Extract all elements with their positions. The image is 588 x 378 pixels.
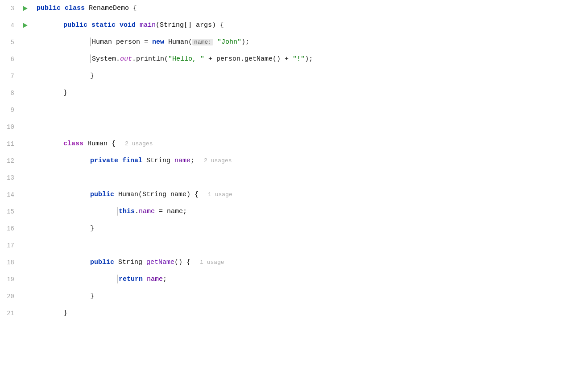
- line-number: 5: [0, 37, 19, 47]
- param-label: name:: [192, 39, 213, 45]
- token-class-name: System.: [92, 55, 120, 63]
- line-number: 15: [0, 207, 19, 217]
- token-kw-blue: this: [119, 208, 135, 215]
- token-plain: person =: [116, 38, 152, 46]
- token-class-name: Human(: [168, 38, 192, 46]
- code-line: 17: [0, 237, 588, 254]
- code-line: 10: [0, 119, 588, 136]
- token-kw-blue: private: [90, 157, 122, 164]
- code-line: 12private final String name; 2 usages: [0, 152, 588, 169]
- token-plain: ;: [163, 275, 167, 283]
- code-line: 20}: [0, 288, 588, 305]
- line-number: 16: [0, 224, 19, 234]
- code-content: public Human(String name) { 1 usage: [31, 189, 588, 200]
- line-number: 18: [0, 258, 19, 267]
- token-plain: {: [112, 140, 120, 148]
- code-line: 5Human person = new Human(name: "John");: [0, 34, 588, 51]
- token-plain: }: [90, 292, 94, 300]
- line-number: 10: [0, 122, 19, 132]
- code-content: private final String name; 2 usages: [31, 156, 588, 166]
- line-number: 13: [0, 173, 19, 183]
- token-plain: }: [90, 72, 94, 80]
- code-content: this.name = name;: [31, 206, 588, 217]
- token-plain: [213, 38, 217, 46]
- scope-bar: [90, 37, 91, 46]
- token-kw-blue: public: [90, 259, 118, 266]
- token-class-name: String: [142, 191, 170, 198]
- token-class-name: String: [146, 157, 174, 164]
- token-plain: name) {: [170, 191, 203, 198]
- token-kw-blue: void: [120, 21, 140, 29]
- code-content: public static void main(String[] args) {: [31, 20, 588, 31]
- token-kw-blue: public: [63, 21, 91, 29]
- token-field-purple: name: [147, 275, 163, 283]
- code-line: 15this.name = name;: [0, 203, 588, 220]
- code-content: }: [31, 223, 588, 234]
- code-line: 19return name;: [0, 271, 588, 288]
- code-line: 6System.out.println("Hello, " + person.g…: [0, 51, 588, 68]
- scope-bar: [117, 207, 118, 216]
- line-number: 4: [0, 21, 19, 30]
- svg-marker-0: [23, 6, 28, 11]
- line-number: 12: [0, 156, 19, 166]
- line-number: 8: [0, 88, 19, 98]
- token-plain: }: [63, 89, 67, 97]
- token-plain: [] args) {: [184, 21, 224, 29]
- line-number: 11: [0, 139, 19, 149]
- token-plain: () {: [174, 259, 195, 266]
- scope-bar: [117, 275, 118, 284]
- token-plain: ;: [190, 157, 199, 164]
- token-string-green: "Hello, ": [168, 55, 204, 63]
- token-field-purple: name: [139, 208, 155, 215]
- token-kw-blue: return: [119, 275, 147, 283]
- token-plain: (: [138, 191, 142, 198]
- code-line: 13: [0, 169, 588, 186]
- token-kw-purple: class: [63, 140, 87, 148]
- token-class-name: Human: [118, 191, 138, 198]
- token-plain: }: [90, 225, 94, 232]
- code-line: 18public String getName() { 1 usage: [0, 254, 588, 271]
- line-number: 20: [0, 292, 19, 301]
- usage-hint: 2 usages: [204, 157, 232, 164]
- code-content: }: [31, 308, 588, 319]
- line-number: 19: [0, 275, 19, 284]
- scope-bar: [90, 54, 91, 63]
- code-line: 4 public static void main(String[] args)…: [0, 17, 588, 34]
- run-button[interactable]: [19, 22, 31, 29]
- code-content: System.out.println("Hello, " + person.ge…: [31, 54, 588, 65]
- token-string-green: "!": [293, 55, 305, 63]
- run-button[interactable]: [19, 5, 31, 12]
- token-kw-blue: public: [90, 191, 118, 198]
- token-method-name: getName: [146, 259, 174, 266]
- token-string-green: "John": [217, 38, 241, 46]
- token-plain: {: [133, 4, 137, 12]
- code-content: public String getName() { 1 usage: [31, 257, 588, 268]
- token-plain: (: [156, 21, 160, 29]
- code-line: 16}: [0, 220, 588, 237]
- svg-marker-1: [23, 23, 28, 28]
- code-line: 21}: [0, 305, 588, 322]
- token-plain: );: [241, 38, 249, 46]
- code-content: class Human { 2 usages: [31, 139, 588, 149]
- token-kw-blue: static: [91, 21, 120, 29]
- code-line: 9: [0, 102, 588, 119]
- token-out-field: out: [120, 55, 132, 63]
- code-editor: 3 public class RenameDemo {4 public stat…: [0, 0, 588, 378]
- usage-hint: 1 usage: [200, 259, 224, 266]
- line-number: 21: [0, 308, 19, 318]
- token-class-name: String: [160, 21, 184, 29]
- token-class-name: Human: [87, 140, 112, 148]
- code-line: 7}: [0, 68, 588, 85]
- code-content: return name;: [31, 274, 588, 285]
- token-class-name: RenameDemo: [89, 4, 133, 12]
- code-content: }: [31, 291, 588, 302]
- token-plain: + person.getName() +: [204, 55, 293, 63]
- token-plain: }: [63, 309, 67, 317]
- code-line: 11class Human { 2 usages: [0, 136, 588, 152]
- code-content: public class RenameDemo {: [31, 3, 588, 14]
- token-class-name: String: [118, 259, 146, 266]
- token-kw-blue: class: [65, 4, 89, 12]
- token-plain: = name;: [155, 208, 187, 215]
- token-kw-blue: new: [152, 38, 168, 46]
- line-number: 3: [0, 4, 19, 13]
